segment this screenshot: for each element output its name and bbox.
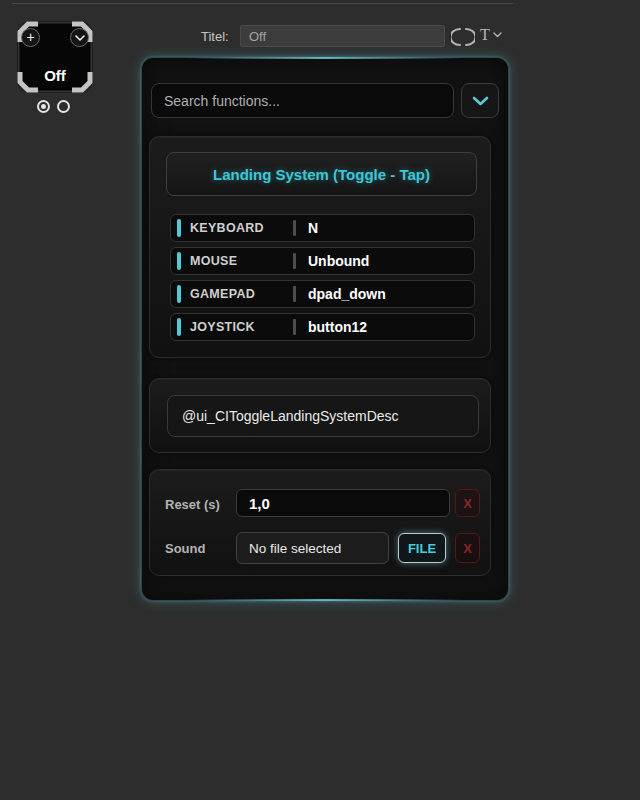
- row-divider: [293, 319, 296, 335]
- device-label: JOYSTICK: [190, 320, 255, 334]
- row-divider: [293, 253, 296, 269]
- text-format-icon[interactable]: T: [480, 26, 502, 44]
- reset-clear-button[interactable]: X: [455, 489, 480, 517]
- plus-icon: +: [26, 30, 34, 44]
- expand-functions-button[interactable]: [461, 83, 499, 118]
- x-icon: X: [463, 541, 472, 556]
- page-indicator-dot[interactable]: [37, 100, 50, 113]
- title-input[interactable]: [240, 25, 445, 47]
- row-divider: [293, 286, 296, 302]
- settings-section: Reset (s) X Sound FILE X: [149, 469, 491, 576]
- widget-expand-button[interactable]: [70, 28, 89, 47]
- binding-row-mouse[interactable]: MOUSE Unbound: [170, 247, 475, 275]
- device-label: KEYBOARD: [190, 221, 264, 235]
- button-preview-label: Off: [17, 67, 93, 84]
- accent-bar: [177, 219, 181, 237]
- chevron-down-icon: [472, 96, 489, 106]
- device-label: GAMEPAD: [190, 287, 255, 301]
- binding-row-joystick[interactable]: JOYSTICK button12: [170, 313, 475, 341]
- binding-value: N: [308, 220, 318, 236]
- function-panel: Landing System (Toggle - Tap) KEYBOARD N…: [141, 57, 509, 601]
- device-label: MOUSE: [190, 254, 237, 268]
- page-indicator-dot[interactable]: [57, 100, 70, 113]
- add-action-button[interactable]: +: [21, 28, 40, 47]
- sound-clear-button[interactable]: X: [455, 533, 480, 563]
- binding-value: dpad_down: [308, 286, 386, 302]
- title-label: Titel:: [201, 29, 229, 44]
- binding-value: Unbound: [308, 253, 369, 269]
- description-box[interactable]: @ui_CIToggleLandingSystemDesc: [167, 395, 479, 437]
- accent-bar: [177, 252, 181, 270]
- function-name-button[interactable]: Landing System (Toggle - Tap): [166, 152, 477, 196]
- chevron-down-icon: [75, 35, 85, 41]
- binding-value: button12: [308, 319, 367, 335]
- bindings-section: Landing System (Toggle - Tap) KEYBOARD N…: [149, 136, 491, 358]
- top-divider: [12, 3, 513, 4]
- page-indicator: [37, 100, 70, 113]
- x-icon: X: [463, 496, 472, 511]
- accent-bar: [177, 285, 181, 303]
- description-text: @ui_CIToggleLandingSystemDesc: [182, 408, 399, 424]
- row-divider: [293, 220, 296, 236]
- binding-row-gamepad[interactable]: GAMEPAD dpad_down: [170, 280, 475, 308]
- brackets-icon[interactable]: [451, 26, 475, 48]
- accent-bar: [177, 318, 181, 336]
- reset-input[interactable]: [236, 489, 450, 517]
- file-browse-button[interactable]: FILE: [398, 533, 446, 563]
- binding-row-keyboard[interactable]: KEYBOARD N: [170, 214, 475, 242]
- search-input[interactable]: [151, 83, 454, 118]
- reset-label: Reset (s): [165, 497, 220, 512]
- sound-label: Sound: [165, 541, 205, 556]
- button-preview[interactable]: + Off: [17, 21, 93, 93]
- chevron-down-icon: [493, 32, 502, 38]
- description-section: @ui_CIToggleLandingSystemDesc: [149, 378, 491, 453]
- sound-file-input[interactable]: [236, 532, 389, 564]
- function-name: Landing System (Toggle - Tap): [213, 166, 430, 183]
